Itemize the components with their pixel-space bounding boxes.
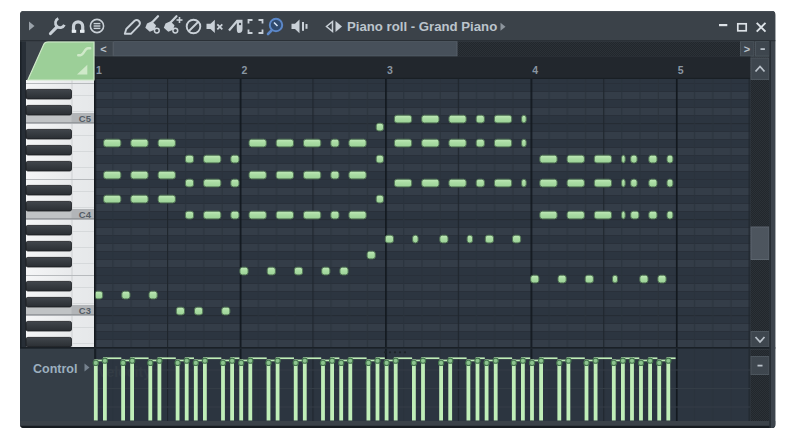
svg-text:5: 5	[678, 64, 684, 76]
svg-text:Piano roll - Grand Piano: Piano roll - Grand Piano	[347, 19, 497, 34]
svg-text:4: 4	[532, 64, 538, 76]
svg-text:3: 3	[387, 64, 393, 76]
svg-text:C5: C5	[79, 113, 92, 124]
svg-text:1: 1	[96, 64, 102, 76]
svg-text:>: >	[744, 43, 750, 55]
svg-text:C3: C3	[79, 305, 91, 316]
svg-text:<: <	[100, 43, 106, 55]
svg-text:2: 2	[242, 64, 248, 76]
svg-text:C4: C4	[79, 209, 92, 220]
svg-text:Control: Control	[33, 362, 77, 376]
